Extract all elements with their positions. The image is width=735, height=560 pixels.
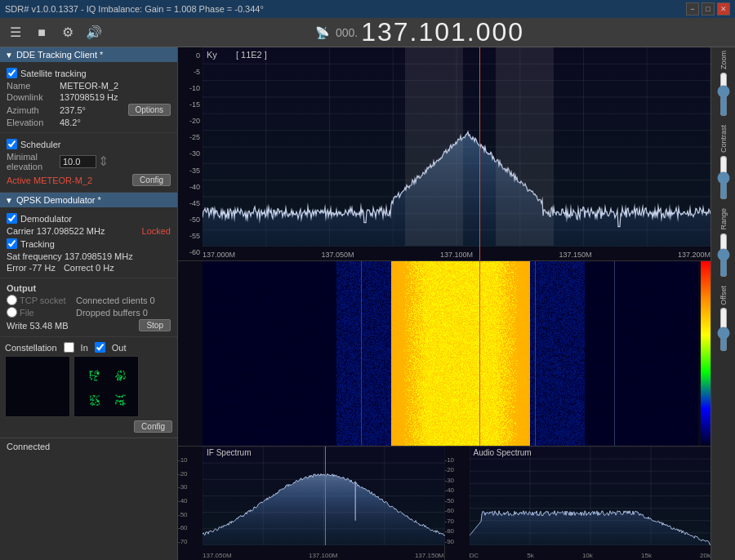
offset-slider[interactable]	[717, 307, 730, 352]
status-bar: Connected	[0, 438, 177, 455]
if-y-labels: -10 -20 -30 -40 -50 -60 -70	[178, 447, 203, 545]
spectrum-y-labels: 0 -5 -10 -15 -20 -25 -30 -35 -40 -45 -50…	[178, 47, 203, 260]
contrast-slider-group: Contrast	[717, 125, 730, 200]
audio-icon[interactable]: 🔊	[85, 24, 103, 42]
constellation-displays	[5, 356, 172, 417]
scheduler-config-button[interactable]: Config	[132, 174, 171, 186]
elevation-value: 48.2°	[60, 118, 81, 127]
active-row: Active METEOR-M_2 Config	[7, 174, 171, 186]
file-label: File	[20, 308, 73, 318]
zoom-label: Zoom	[719, 51, 728, 69]
carrier-label: Carrier 137.098522 MHz	[7, 226, 105, 236]
azimuth-row: Azimuth 237.5° Options	[7, 104, 171, 116]
satellite-tracking-row: Satellite tracking	[7, 68, 171, 78]
write-row: Write 53.48 MB Stop	[7, 319, 171, 331]
name-value: METEOR-M_2	[60, 81, 118, 91]
constellation-label: Constellation	[5, 343, 57, 353]
audio-x-labels: DC 5k 10k 15k 20k	[470, 552, 711, 559]
x-label-2: 137.100M	[440, 251, 473, 259]
constellation-header-row: Constellation In Out	[5, 342, 172, 353]
waterfall-display	[178, 261, 710, 446]
azimuth-label: Azimuth	[7, 105, 60, 115]
maximize-button[interactable]: □	[702, 2, 715, 16]
waterfall-cursor	[479, 261, 480, 446]
elevation-spinner[interactable]: ⇕	[98, 155, 109, 168]
y-label-10: -10	[178, 84, 203, 92]
file-radio[interactable]	[7, 307, 17, 318]
displays-area: 0 -5 -10 -15 -20 -25 -30 -35 -40 -45 -50…	[178, 47, 710, 560]
if-spectrum-canvas	[203, 447, 445, 545]
azimuth-value: 237.5°	[60, 105, 86, 115]
tracking-row: Tracking	[7, 238, 171, 249]
if-cursor	[325, 447, 326, 545]
constellation-out-label: Out	[112, 343, 127, 353]
close-button[interactable]: ✕	[717, 2, 730, 16]
dde-panel-header[interactable]: ▼ DDE Tracking Client *	[0, 47, 177, 62]
stop-icon[interactable]: ■	[33, 24, 51, 42]
x-label-1: 137.050M	[321, 251, 354, 259]
error-row: Error -77 Hz Correct 0 Hz	[7, 263, 171, 273]
y-label-20: -20	[178, 117, 203, 125]
audio-spectrum-label: Audio Spectrum	[474, 448, 532, 457]
left-panel: ▼ DDE Tracking Client * Satellite tracki…	[0, 47, 178, 560]
x-label-3: 137.150M	[559, 251, 591, 259]
settings-icon[interactable]: ⚙	[59, 24, 77, 42]
constellation-in-label: In	[81, 343, 88, 353]
downlink-value: 137098519 Hz	[60, 92, 118, 102]
output-section: Output TCP socket Connected clients 0 Fi…	[0, 278, 177, 337]
audio-spectrum: Audio Spectrum -10 -20 -30 -40 -50 -60 -…	[445, 447, 711, 560]
qpsk-panel-header[interactable]: ▼ QPSK Demodulator *	[0, 193, 177, 207]
write-label: Write 53.48 MB	[7, 321, 69, 331]
range-slider[interactable]	[717, 233, 730, 278]
demodulator-label: Demodulator	[20, 214, 72, 224]
demodulator-row: Demodulator	[7, 213, 171, 224]
menu-icon[interactable]: ☰	[7, 24, 24, 42]
y-label-25: -25	[178, 133, 203, 141]
scheduler-label: Scheduler	[20, 140, 61, 149]
qpsk-panel-content: Demodulator Carrier 137.098522 MHz Locke…	[0, 207, 177, 278]
waterfall-y-axis	[178, 261, 203, 446]
tcp-radio[interactable]	[7, 295, 17, 305]
y-label-15: -15	[178, 100, 203, 109]
downlink-row: Downlink 137098519 Hz	[7, 92, 171, 102]
spectrum-x-labels: 137.000M 137.050M 137.100M 137.150M 137.…	[203, 251, 710, 259]
constellation-out-checkbox[interactable]	[95, 342, 105, 353]
options-button[interactable]: Options	[128, 104, 171, 116]
constellation-out-canvas	[74, 357, 139, 417]
if-spectrum: IF Spectrum -10 -20 -30 -40 -50 -60 -70 …	[178, 447, 445, 560]
constellation-in-canvas	[6, 357, 70, 417]
demodulator-checkbox[interactable]	[7, 213, 17, 224]
sat-freq-row: Sat frequency 137.098519 MHz	[7, 251, 171, 261]
y-label-45: -45	[178, 199, 203, 207]
dde-panel-title: DDE Tracking Client *	[16, 50, 103, 60]
zoom-slider[interactable]	[717, 72, 730, 117]
minimize-button[interactable]: −	[686, 2, 699, 16]
min-elevation-label: Minimal elevation	[7, 152, 60, 171]
downlink-label: Downlink	[7, 92, 60, 102]
scheduler-checkbox[interactable]	[7, 139, 17, 149]
min-elevation-input[interactable]	[60, 155, 96, 168]
range-slider-group: Range	[717, 208, 730, 278]
constellation-config-button[interactable]: Config	[134, 420, 172, 433]
if-x-labels: 137.050M 137.100M 137.150M	[203, 552, 444, 559]
contrast-slider[interactable]	[717, 155, 730, 200]
x-label-0: 137.000M	[203, 251, 235, 259]
range-label: Range	[719, 208, 728, 230]
right-sliders: Zoom Contrast Range Offset	[710, 47, 735, 560]
y-label-50: -50	[178, 216, 203, 224]
tracking-checkbox[interactable]	[7, 238, 17, 249]
name-label: Name	[7, 81, 60, 91]
satellite-tracking-checkbox[interactable]	[7, 68, 17, 78]
frequency-display: 📡 000. 137.101.000	[111, 17, 728, 47]
y-label-35: -35	[178, 167, 203, 175]
constellation-in-checkbox[interactable]	[64, 342, 74, 353]
constellation-area: Constellation In Out Config	[0, 337, 177, 438]
spectrum-display: 0 -5 -10 -15 -20 -25 -30 -35 -40 -45 -50…	[178, 47, 710, 261]
scheduler-section: Scheduler Minimal elevation ⇕ Active MET…	[0, 133, 177, 193]
output-header: Output	[7, 283, 36, 293]
sat-freq-label: Sat frequency 137.098519 MHz	[7, 251, 133, 261]
if-spectrum-label: IF Spectrum	[207, 448, 251, 457]
output-header-row: Output	[7, 283, 171, 293]
stop-button[interactable]: Stop	[139, 319, 171, 331]
freq-main: 137.101.000	[361, 17, 524, 47]
